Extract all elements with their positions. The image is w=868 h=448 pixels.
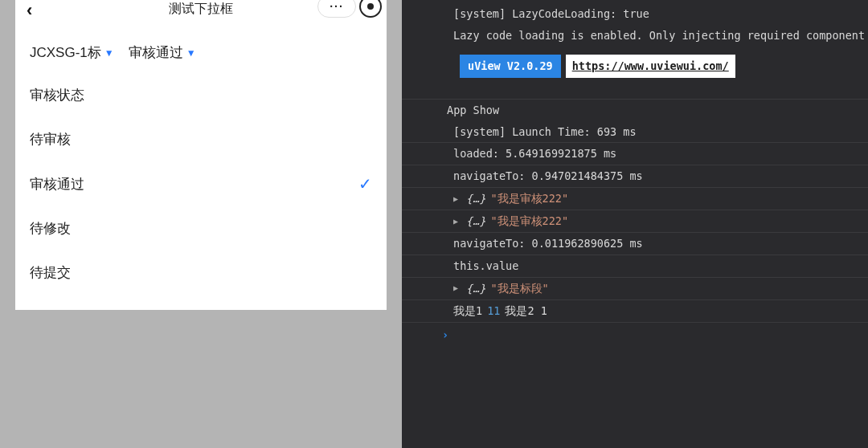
log-text: this.value — [453, 259, 518, 274]
log-text: [system] LazyCodeLoading: true — [453, 6, 649, 22]
log-string: "我是审核222" — [490, 214, 568, 229]
filter-primary-label: JCXSG-1标 — [30, 43, 101, 62]
log-string: "我是审核222" — [490, 191, 568, 206]
log-line: [system] LazyCodeLoading: true — [402, 3, 868, 25]
app-window: ‹ 测试下拉框 ··· JCXSG-1标 ▼ 审核通过 ▼ — [15, 0, 387, 310]
console-body: [system] LazyCodeLoading: true Lazy code… — [402, 0, 868, 342]
more-button[interactable]: ··· — [317, 0, 356, 18]
uview-banner-row: uView V2.0.29 https://www.uviewui.com/ — [402, 47, 868, 100]
log-line: this.value — [402, 255, 868, 278]
log-object-line[interactable]: ▶ {…} "我是审核222" — [402, 188, 868, 210]
log-line: [system] Launch Time: 693 ms — [402, 121, 868, 144]
dropdown-option-revise[interactable]: 待修改 — [15, 206, 387, 250]
uview-url-badge[interactable]: https://www.uviewui.com/ — [566, 55, 735, 78]
dropdown-group-label: 审核状态 — [30, 86, 84, 104]
prompt-icon: › — [442, 328, 448, 341]
expand-icon[interactable]: ▶ — [453, 283, 458, 294]
expand-icon[interactable]: ▶ — [453, 193, 458, 205]
dropdown-option-pending[interactable]: 待审核 — [15, 117, 387, 161]
log-line: loaded: 5.649169921875 ms — [402, 143, 868, 165]
log-line: 我是1 11 我是2 1 — [402, 300, 868, 323]
log-text: loaded: 5.649169921875 ms — [453, 146, 616, 161]
log-string: "我是标段" — [490, 281, 548, 296]
app-header: ‹ 测试下拉框 ··· — [15, 0, 387, 24]
log-text: [system] Launch Time: 693 ms — [453, 124, 637, 140]
log-line: App Show — [402, 100, 868, 121]
expand-icon[interactable]: ▶ — [453, 216, 458, 227]
log-text: 我是1 — [453, 303, 482, 319]
header-actions: ··· — [317, 0, 382, 18]
dropdown-option-label: 待修改 — [30, 219, 71, 238]
log-number: 11 — [487, 303, 500, 319]
log-line: navigateTo: 0.947021484375 ms — [402, 165, 868, 188]
dropdown-group-header: 审核状态 — [15, 73, 387, 117]
devtools-console[interactable]: [system] LazyCodeLoading: true Lazy code… — [402, 0, 868, 448]
app-preview-pane: ‹ 测试下拉框 ··· JCXSG-1标 ▼ 审核通过 ▼ — [0, 0, 402, 448]
caret-down-icon: ▼ — [104, 47, 114, 59]
dropdown-option-label: 待提交 — [30, 263, 71, 282]
dropdown-option-label: 待审核 — [30, 130, 71, 149]
filter-bar: JCXSG-1标 ▼ 审核通过 ▼ — [15, 24, 387, 73]
console-prompt[interactable]: › — [402, 323, 868, 343]
caret-down-icon: ▼ — [186, 47, 196, 59]
log-text: navigateTo: 0.011962890625 ms — [453, 236, 643, 251]
target-icon — [367, 3, 374, 10]
log-text: 我是2 1 — [505, 303, 547, 319]
log-text: Lazy code loading is enabled. Only injec… — [453, 28, 865, 43]
filter-secondary[interactable]: 审核通过 ▼ — [129, 43, 196, 62]
log-line: Lazy code loading is enabled. Only injec… — [402, 25, 868, 47]
dropdown-option-label: 审核通过 — [30, 175, 84, 193]
log-object-line[interactable]: ▶ {…} "我是标段" — [402, 278, 868, 300]
back-icon[interactable]: ‹ — [27, 0, 51, 21]
ellipsis-icon: ··· — [330, 0, 344, 13]
log-line: navigateTo: 0.011962890625 ms — [402, 233, 868, 255]
target-button[interactable] — [359, 0, 382, 18]
uview-badge: uView V2.0.29 — [460, 55, 561, 78]
log-object-line[interactable]: ▶ {…} "我是审核222" — [402, 210, 868, 233]
log-text: navigateTo: 0.947021484375 ms — [453, 169, 643, 184]
check-icon: ✓ — [358, 174, 372, 193]
dropdown-panel: 审核状态 待审核 审核通过 ✓ 待修改 待提交 — [15, 73, 387, 295]
filter-primary[interactable]: JCXSG-1标 ▼ — [30, 43, 114, 62]
filter-secondary-label: 审核通过 — [129, 43, 183, 62]
object-placeholder: {…} — [466, 281, 485, 296]
object-placeholder: {…} — [466, 191, 485, 206]
log-text: App Show — [447, 103, 499, 118]
dropdown-option-submit[interactable]: 待提交 — [15, 250, 387, 295]
object-placeholder: {…} — [466, 214, 485, 229]
dropdown-option-approved[interactable]: 审核通过 ✓ — [15, 161, 387, 206]
